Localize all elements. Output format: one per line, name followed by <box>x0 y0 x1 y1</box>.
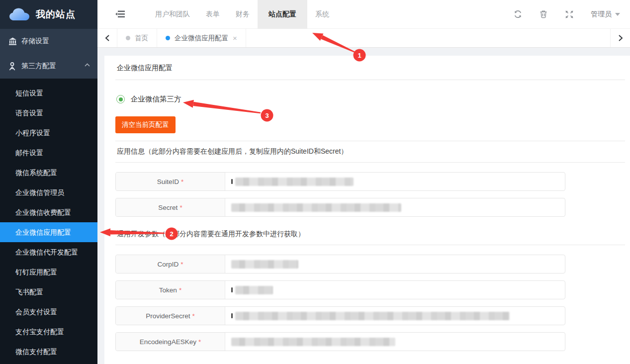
form-sections: 应用信息（此部分内容需要在创建应用后，复制应用内的SuiteID和Secret）… <box>104 141 630 351</box>
sidebar-item[interactable]: 微信系统配置 <box>0 163 97 182</box>
sidebar-item[interactable]: 邮件设置 <box>0 143 97 163</box>
form-row-token: Token* <box>115 280 565 299</box>
sidebar-item[interactable]: 飞书配置 <box>0 282 97 302</box>
header-actions: 管理员 <box>513 0 630 29</box>
masked-value <box>235 178 354 186</box>
form-row-secret: Secret* <box>115 198 565 217</box>
sidebar-item[interactable]: 企业微信收费配置 <box>0 202 97 222</box>
field-input-token[interactable] <box>225 281 565 299</box>
admin-dropdown[interactable]: 管理员 <box>591 10 620 19</box>
sidebar-parent-menu: 存储设置第三方配置 <box>0 29 97 79</box>
brand-header: 我的站点 <box>0 0 97 29</box>
field-input-suiteid[interactable] <box>225 173 565 190</box>
chevron-up-icon <box>85 63 90 69</box>
section-heading: 通用开发参数（此部分内容需要在通用开发参数中进行获取） <box>104 224 630 245</box>
tab-dot-icon <box>126 36 130 40</box>
main-content-card: 企业微信应用配置 企业微信第三方 清空当前页配置 应用信息（此部分内容需要在创建… <box>104 56 630 364</box>
form-row-corpid: CorpID* <box>115 255 565 273</box>
masked-value <box>231 338 395 346</box>
sidebar-item[interactable]: 钉钉应用配置 <box>0 262 97 282</box>
masked-value <box>235 286 273 294</box>
chevron-down-icon <box>615 13 620 16</box>
tabs-scroll-left-icon[interactable] <box>97 29 117 47</box>
sidebar-item[interactable]: 语音设置 <box>0 103 97 123</box>
field-label: ProviderSecret* <box>116 307 225 325</box>
section-rows: SuiteID*Secret* <box>104 163 630 217</box>
section-heading: 应用信息（此部分内容需要在创建应用后，复制应用内的SuiteID和Secret） <box>104 141 630 162</box>
field-input-corpid[interactable] <box>225 255 565 273</box>
sidebar-item[interactable]: 企业微信代开发配置 <box>0 242 97 262</box>
nav-item[interactable]: 财务 <box>228 0 258 29</box>
tabs-container: 首页企业微信应用配置× <box>117 29 246 47</box>
refresh-icon[interactable] <box>513 10 522 19</box>
clear-config-button[interactable]: 清空当前页配置 <box>115 116 176 133</box>
trash-icon[interactable] <box>539 10 548 19</box>
sidebar-item[interactable]: 小程序设置 <box>0 123 97 143</box>
field-label: Token* <box>116 281 225 299</box>
admin-label: 管理员 <box>591 10 612 19</box>
field-input-secret[interactable] <box>225 198 565 216</box>
page-title: 企业微信应用配置 <box>104 56 630 80</box>
field-input-providersecret[interactable] <box>225 307 565 325</box>
top-nav: 用户和团队表单财务站点配置系统 <box>147 0 337 29</box>
redaction-tick <box>231 313 233 318</box>
redaction-tick <box>231 287 233 292</box>
form-row-suiteid: SuiteID* <box>115 172 565 191</box>
page-tab[interactable]: 企业微信应用配置× <box>157 29 246 47</box>
sidebar-section-label: 存储设置 <box>21 37 90 46</box>
masked-value <box>231 260 298 269</box>
user-icon <box>8 62 17 71</box>
field-label: Secret* <box>116 198 225 216</box>
radio-icon <box>116 95 125 103</box>
fullscreen-icon[interactable] <box>565 10 574 19</box>
divider <box>115 80 625 80</box>
tab-close-icon[interactable]: × <box>233 34 237 42</box>
nav-item[interactable]: 站点配置 <box>258 0 307 29</box>
sidebar-item[interactable]: 微信支付配置 <box>0 342 97 362</box>
cloud-logo-icon <box>8 6 31 23</box>
nav-item[interactable]: 用户和团队 <box>147 0 198 29</box>
section-rows: CorpID*Token*ProviderSecret*EncodeingAES… <box>104 245 630 351</box>
sidebar-item[interactable]: 短信设置 <box>0 83 97 103</box>
sidebar-item[interactable]: 支付宝支付配置 <box>0 322 97 342</box>
redaction-tick <box>231 179 233 184</box>
form-row-encodeingaeskey: EncodeingAESKey* <box>115 332 565 351</box>
sidebar-submenu: 短信设置语音设置小程序设置邮件设置微信系统配置企业微信管理员企业微信收费配置企业… <box>0 79 97 364</box>
sidebar-item[interactable]: 会员支付设置 <box>0 302 97 322</box>
sidebar-section-label: 第三方配置 <box>21 62 85 71</box>
page-tabbar: 首页企业微信应用配置× <box>97 29 630 48</box>
tab-label: 企业微信应用配置 <box>175 34 228 43</box>
app-window: 我的站点 存储设置第三方配置 短信设置语音设置小程序设置邮件设置微信系统配置企业… <box>0 0 630 364</box>
tabs-scroll-right-icon[interactable] <box>610 29 630 47</box>
masked-value <box>231 203 401 212</box>
radio-label: 企业微信第三方 <box>131 94 181 104</box>
bank-icon <box>8 37 17 46</box>
field-input-encodeingaeskey[interactable] <box>225 333 565 351</box>
field-label: CorpID* <box>116 255 225 273</box>
brand-title: 我的站点 <box>36 8 76 21</box>
radio-enterprise-wechat-third-party[interactable]: 企业微信第三方 <box>116 94 630 104</box>
form-row-providersecret: ProviderSecret* <box>115 306 565 325</box>
field-label: EncodeingAESKey* <box>116 333 225 351</box>
sidebar-fold-icon[interactable] <box>114 0 125 29</box>
sidebar-item[interactable]: 企业微信管理员 <box>0 182 97 202</box>
sidebar: 我的站点 存储设置第三方配置 短信设置语音设置小程序设置邮件设置微信系统配置企业… <box>0 0 97 364</box>
sidebar-item[interactable]: 企业微信应用配置 <box>0 222 97 242</box>
nav-item[interactable]: 表单 <box>198 0 228 29</box>
field-label: SuiteID* <box>116 173 225 190</box>
sidebar-section-0[interactable]: 存储设置 <box>0 29 97 54</box>
page-tab[interactable]: 首页 <box>117 29 157 47</box>
top-header: 用户和团队表单财务站点配置系统 <box>97 0 630 29</box>
masked-value <box>235 312 510 320</box>
sidebar-section-1[interactable]: 第三方配置 <box>0 54 97 79</box>
nav-item[interactable]: 系统 <box>307 0 337 29</box>
tab-dot-icon <box>166 36 170 40</box>
tab-label: 首页 <box>135 34 148 43</box>
